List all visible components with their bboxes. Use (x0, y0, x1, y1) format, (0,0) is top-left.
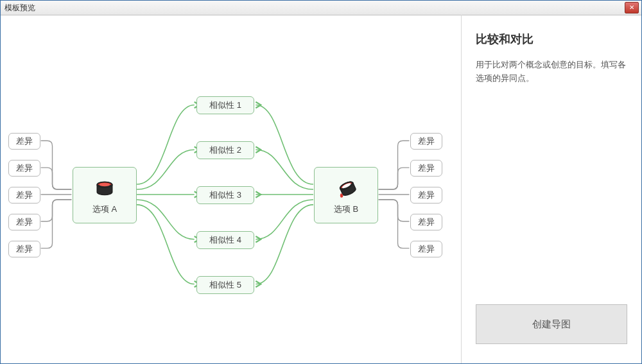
diff-label: 差异 (16, 216, 33, 228)
similar-node[interactable]: 相似性 4 (196, 231, 254, 249)
window-title: 模板预览 (4, 3, 35, 13)
similar-label: 相似性 5 (209, 279, 241, 291)
diff-label: 差异 (16, 162, 33, 174)
similar-label: 相似性 1 (209, 100, 241, 111)
titlebar: 模板预览 ✕ (1, 1, 641, 15)
diff-label: 差异 (16, 243, 33, 255)
diff-a-node[interactable]: 差异 (8, 133, 40, 150)
similar-node[interactable]: 相似性 5 (196, 276, 254, 294)
similar-node[interactable]: 相似性 3 (196, 186, 254, 204)
similar-label: 相似性 3 (209, 189, 241, 201)
diff-a-node[interactable]: 差异 (8, 160, 40, 177)
diff-label: 差异 (418, 189, 435, 201)
create-map-button[interactable]: 创建导图 (476, 304, 627, 344)
svg-point-2 (100, 183, 110, 186)
diff-b-node[interactable]: 差异 (410, 187, 442, 204)
diagram-canvas: 差异 差异 差异 差异 差异 选项 A 相似性 1 相似性 2 (1, 15, 462, 363)
paint-bucket-b-icon (335, 180, 357, 200)
option-b-node[interactable]: 选项 B (314, 167, 378, 223)
option-a-node[interactable]: 选项 A (73, 167, 137, 223)
diff-b-node[interactable]: 差异 (410, 214, 442, 230)
dialog-body: 差异 差异 差异 差异 差异 选项 A 相似性 1 相似性 2 (1, 15, 641, 363)
similar-label: 相似性 2 (209, 144, 241, 156)
create-map-label: 创建导图 (532, 318, 571, 331)
diff-label: 差异 (418, 243, 435, 255)
diff-b-node[interactable]: 差异 (410, 133, 442, 150)
option-b-label: 选项 B (334, 204, 358, 215)
diff-b-node[interactable]: 差异 (410, 160, 442, 177)
diff-label: 差异 (418, 216, 435, 228)
template-heading: 比较和对比 (476, 31, 627, 47)
similar-node[interactable]: 相似性 2 (196, 141, 254, 159)
diff-a-node[interactable]: 差异 (8, 214, 40, 230)
dialog-window: 模板预览 ✕ (0, 0, 642, 364)
option-a-label: 选项 A (92, 204, 117, 215)
diff-label: 差异 (418, 135, 435, 147)
diff-label: 差异 (16, 135, 33, 147)
close-icon: ✕ (629, 4, 634, 11)
close-button[interactable]: ✕ (625, 2, 639, 13)
diff-a-node[interactable]: 差异 (8, 241, 40, 257)
side-panel: 比较和对比 用于比对两个概念或创意的目标。填写各选项的异同点。 创建导图 (462, 15, 641, 363)
diff-label: 差异 (418, 162, 435, 174)
diff-a-node[interactable]: 差异 (8, 187, 40, 204)
diff-label: 差异 (16, 189, 33, 201)
diff-b-node[interactable]: 差异 (410, 241, 442, 257)
template-description: 用于比对两个概念或创意的目标。填写各选项的异同点。 (476, 58, 627, 85)
similar-label: 相似性 4 (209, 234, 241, 246)
similar-node[interactable]: 相似性 1 (196, 96, 254, 114)
paint-bucket-a-icon (94, 180, 116, 200)
